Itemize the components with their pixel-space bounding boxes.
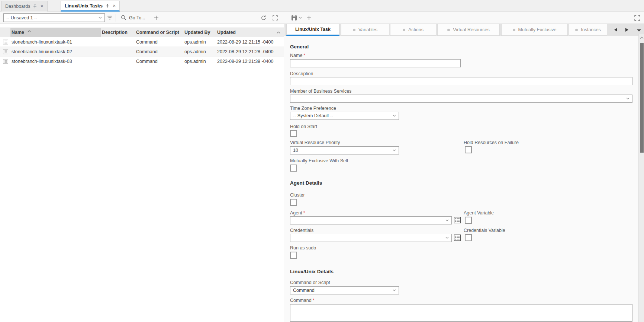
chevron-down-icon	[393, 149, 396, 152]
toolbar-separator	[116, 14, 116, 22]
time-zone-preference-label: Time Zone Preference	[290, 106, 336, 111]
list-icon	[454, 217, 461, 223]
pin-icon[interactable]	[106, 4, 109, 8]
mutually-exclusive-with-self-checkbox[interactable]	[290, 165, 297, 172]
fullscreen-icon	[273, 15, 278, 20]
member-of-business-services-select[interactable]	[290, 95, 632, 103]
agent-label: Agent*	[290, 210, 305, 216]
tab-label: Actions	[408, 27, 424, 32]
refresh-button[interactable]	[261, 12, 267, 24]
collapse-header-icon[interactable]	[277, 31, 280, 34]
section-linux-unix-details: Linux/Unix Details	[290, 269, 334, 274]
go-to-button[interactable]: Go To...	[121, 12, 145, 24]
time-zone-preference-select[interactable]: -- System Default --	[290, 112, 399, 120]
name-input[interactable]	[290, 59, 461, 67]
vertical-scrollbar[interactable]	[638, 34, 644, 322]
tab-instances[interactable]: Instances	[569, 24, 607, 36]
tab-dashboards-label: Dashboards	[5, 4, 30, 9]
member-of-business-services-label: Member of Business Services	[290, 89, 351, 94]
toolbar: -- Unsaved 1 -- Go To...	[0, 12, 644, 24]
task-details-icon[interactable]	[3, 49, 8, 54]
fullscreen-icon	[634, 15, 640, 21]
tab-status-dot	[447, 29, 450, 31]
tab-variables[interactable]: Variables	[341, 24, 389, 36]
credentials-lookup-button[interactable]	[454, 235, 461, 241]
hold-on-start-checkbox[interactable]	[290, 130, 297, 137]
save-icon	[291, 15, 297, 21]
tabs-overflow-button[interactable]	[634, 28, 643, 34]
maximize-detail-button[interactable]	[634, 15, 640, 21]
hold-resources-on-failure-label: Hold Resources on Failure	[464, 140, 519, 145]
close-icon[interactable]: ✕	[40, 4, 43, 8]
scrollbar-thumb[interactable]	[640, 43, 644, 153]
tabs-scroll-left-button[interactable]	[611, 24, 620, 36]
save-button[interactable]	[291, 12, 297, 24]
virtual-resource-priority-select[interactable]: 10	[290, 146, 399, 154]
cell-name: stonebranch-linuxunixtask-02	[12, 49, 72, 54]
column-header-name[interactable]: Name	[12, 30, 24, 35]
tab-actions[interactable]: Actions	[390, 24, 436, 36]
tab-mutually-exclusive[interactable]: Mutually Exclusive	[501, 24, 568, 36]
table-row[interactable]: stonebranch-linuxunixtask-03 Command ops…	[0, 57, 284, 66]
description-input[interactable]	[290, 77, 632, 85]
section-general: General	[290, 44, 309, 50]
credentials-variable-checkbox[interactable]	[465, 234, 472, 241]
tab-label: Linux/Unix Task	[295, 27, 331, 32]
table-header: Name Description Command or Script Updat…	[0, 28, 284, 37]
credentials-select[interactable]	[290, 234, 452, 242]
tab-dashboards[interactable]: Dashboards ✕	[1, 1, 48, 12]
pin-icon[interactable]	[33, 4, 37, 9]
run-as-sudo-checkbox[interactable]	[290, 252, 297, 259]
task-list-panel: Name Description Command or Script Updat…	[0, 24, 284, 322]
virtual-resource-priority-label: Virtual Resource Priority	[290, 140, 340, 145]
triangle-down-icon	[637, 29, 641, 32]
command-label: Command*	[290, 298, 315, 303]
expand-list-button[interactable]	[273, 12, 278, 24]
filter-button[interactable]	[107, 12, 113, 24]
hold-resources-on-failure-checkbox[interactable]	[465, 146, 472, 153]
cluster-checkbox[interactable]	[290, 199, 297, 206]
save-options-button[interactable]	[299, 12, 302, 24]
search-icon	[121, 15, 126, 20]
column-header-description[interactable]: Description	[102, 30, 128, 35]
tab-linux-unix-task[interactable]: Linux/Unix Task	[286, 24, 339, 36]
command-textarea[interactable]	[290, 304, 632, 322]
column-header-updated-by[interactable]: Updated By	[184, 30, 210, 35]
credentials-label: Credentials	[290, 228, 313, 233]
saved-filter-select[interactable]: -- Unsaved 1 --	[3, 13, 105, 22]
cell-command-or-script: Command	[136, 49, 158, 54]
detail-tab-strip: Linux/Unix Task Variables Actions Virtua…	[284, 24, 644, 36]
cell-command-or-script: Command	[136, 59, 158, 64]
credentials-variable-label: Credentials Variable	[464, 228, 505, 233]
tab-status-dot	[353, 29, 355, 31]
table-row[interactable]: stonebranch-linuxunixtask-02 Command ops…	[0, 47, 284, 57]
triangle-right-icon	[625, 28, 629, 32]
triangle-left-icon	[614, 28, 618, 32]
new-filter-button[interactable]	[154, 12, 159, 24]
tab-status-dot	[575, 29, 578, 31]
task-detail-panel: Linux/Unix Task Variables Actions Virtua…	[284, 24, 644, 322]
column-header-updated[interactable]: Updated	[217, 30, 236, 35]
agent-variable-checkbox[interactable]	[465, 217, 472, 224]
tab-virtual-resources[interactable]: Virtual Resources	[437, 24, 500, 36]
agent-lookup-button[interactable]	[454, 217, 461, 223]
new-record-button[interactable]	[306, 12, 312, 24]
column-header-command-or-script[interactable]: Command or Script	[136, 30, 179, 35]
tab-label: Instances	[581, 27, 601, 32]
tab-status-dot	[403, 29, 405, 31]
task-details-icon[interactable]	[3, 59, 8, 64]
command-or-script-select[interactable]: Command	[290, 286, 399, 294]
scroll-up-icon[interactable]	[640, 36, 644, 39]
chevron-down-icon	[393, 115, 396, 117]
tabs-scroll-right-button[interactable]	[622, 24, 631, 36]
agent-select[interactable]	[290, 216, 452, 224]
tab-linux-unix-tasks[interactable]: Linux/Unix Tasks ✕	[61, 1, 120, 12]
task-details-icon[interactable]	[3, 39, 8, 44]
close-icon[interactable]: ✕	[113, 4, 116, 8]
cell-name: stonebranch-linuxunixtask-01	[12, 39, 72, 45]
chevron-down-icon	[299, 17, 302, 19]
tab-label: Variables	[358, 27, 377, 32]
tab-status-dot	[513, 29, 515, 31]
table-row[interactable]: stonebranch-linuxunixtask-01 Command ops…	[0, 37, 284, 47]
agent-variable-label: Agent Variable	[464, 210, 494, 216]
